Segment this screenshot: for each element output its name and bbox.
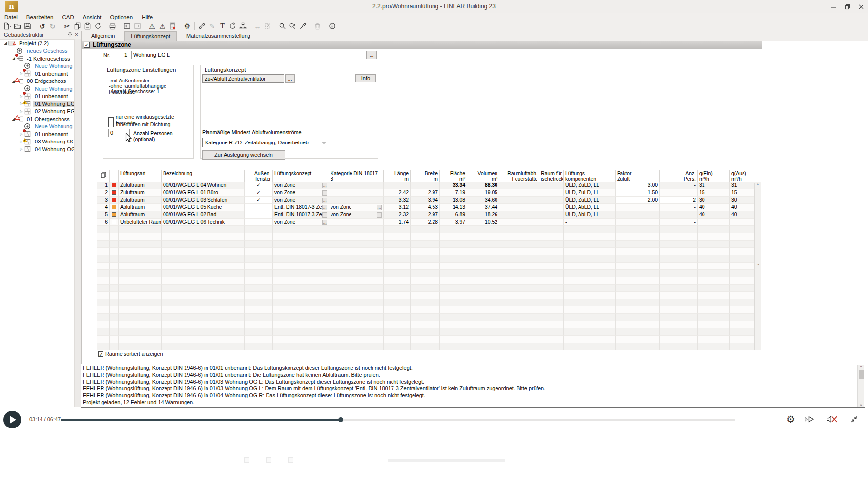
expand-icon[interactable]: ▷: [19, 132, 24, 136]
table-row[interactable]: [97, 263, 761, 270]
audio-muted-icon[interactable]: [826, 414, 838, 424]
tree-item-01-unbenannt[interactable]: ▷01 unbenannt: [0, 70, 74, 78]
table-row[interactable]: [97, 336, 761, 343]
sorted-rooms-row[interactable]: ✓ Räume sortiert anzeigen: [98, 351, 163, 357]
cell-more-button[interactable]: …: [322, 205, 327, 210]
eyedropper-icon[interactable]: [298, 22, 308, 31]
tree-item-projekt-2-2-[interactable]: ◢Projekt (2.2): [0, 40, 74, 47]
column-header-komponenten[interactable]: Lüftungs- komponenten: [564, 170, 616, 182]
cell-more-button[interactable]: …: [322, 198, 327, 203]
paste-icon[interactable]: [83, 22, 93, 31]
close-icon[interactable]: [854, 0, 868, 13]
menu-optionen[interactable]: Optionen: [105, 13, 137, 21]
tree-item-neue-wohnung[interactable]: Neue Wohnung: [0, 62, 74, 70]
collapse-icon[interactable]: ◢: [3, 41, 8, 45]
expand-icon[interactable]: ▷: [19, 71, 24, 76]
settings-gear-icon[interactable]: ⚙: [182, 22, 192, 31]
switch-to-design-button[interactable]: Zur Auslegung wechseln: [202, 150, 285, 160]
copy-icon[interactable]: [72, 22, 83, 31]
tab-materialzusammenstellung[interactable]: Materialzusammenstellung: [181, 31, 256, 41]
settings-gear-icon[interactable]: ⚙: [785, 414, 797, 424]
zone-name-input[interactable]: Wohnung EG L: [131, 51, 211, 59]
sorted-rooms-checkbox[interactable]: ✓: [98, 351, 103, 357]
log-scrollbar[interactable]: ˄˅: [857, 365, 864, 407]
menu-hilfe[interactable]: Hilfe: [137, 13, 157, 21]
doors-checkbox[interactable]: [108, 122, 114, 127]
table-row[interactable]: [97, 321, 761, 328]
cut-icon[interactable]: ✂: [62, 22, 72, 31]
collapse-icon[interactable]: [848, 414, 860, 424]
cell-more-button[interactable]: …: [322, 220, 327, 225]
hierarchy-icon[interactable]: [238, 22, 248, 31]
progress-bar[interactable]: [61, 419, 735, 421]
expand-icon[interactable]: ▷: [19, 147, 24, 151]
table-row[interactable]: [97, 248, 761, 255]
pin-icon[interactable]: [67, 32, 73, 39]
column-header-nr[interactable]: [97, 170, 110, 182]
expand-icon[interactable]: ▷: [19, 94, 24, 99]
play-button[interactable]: [3, 411, 21, 428]
cell-more-button[interactable]: …: [322, 190, 327, 196]
show-warnings-icon[interactable]: ⚠: [157, 22, 167, 31]
column-header-art[interactable]: Lüftungsart: [119, 170, 162, 182]
table-row[interactable]: 6Unbelüfteter Raum00/01/WG-EG L 06 Techn…: [97, 219, 761, 226]
table-row[interactable]: [97, 306, 761, 314]
tree-item-03-wohnung-og-l[interactable]: ▷03 Wohnung OG L: [0, 138, 74, 146]
category-select[interactable]: Kategorie R-ZD: Zeitabhängig, Dauerbetri…: [202, 138, 329, 147]
tree-item-neues-geschoss[interactable]: neues Geschoss: [0, 47, 74, 55]
undo-icon[interactable]: ↺: [37, 22, 47, 31]
tree-item-01-unbenannt[interactable]: ▷01 unbenannt: [0, 130, 74, 138]
table-row[interactable]: 1Zuluftraum00/01/WG-EG L 04 Wohnen✓von Z…: [97, 182, 761, 189]
column-header-waesche[interactable]: Raum für ischetrocknung: [539, 170, 564, 182]
menu-bearbeiten[interactable]: Bearbeiten: [22, 13, 58, 21]
table-row[interactable]: [97, 292, 761, 299]
text-icon[interactable]: T: [217, 22, 227, 31]
zone-more-button[interactable]: ...: [366, 51, 377, 59]
table-row[interactable]: [97, 285, 761, 292]
table-row[interactable]: [97, 299, 761, 306]
column-header-flaeche[interactable]: Fläche m²: [440, 170, 467, 182]
table-row[interactable]: [97, 270, 761, 277]
tree-item-01-obergeschoss[interactable]: ◢01 Obergeschoss: [0, 115, 74, 123]
cell-more-button[interactable]: …: [377, 212, 382, 218]
check-warnings-icon[interactable]: ⚠: [147, 22, 157, 31]
tree-item-04-wohnung-og-r[interactable]: ▷04 Wohnung OG R: [0, 145, 74, 153]
zone-enabled-checkbox[interactable]: ✓: [84, 42, 90, 48]
sidebar-scrollbar[interactable]: [74, 39, 81, 407]
cell-more-button[interactable]: …: [322, 212, 327, 218]
cell-more-button[interactable]: …: [322, 183, 327, 188]
tree-item-01-wohnung-eg-l[interactable]: ▷01 Wohnung EG L: [0, 100, 74, 108]
progress-knob[interactable]: [338, 417, 343, 422]
table-row[interactable]: 2Zuluftraum00/01/WG-EG L 01 Büro✓von Zon…: [97, 189, 761, 197]
zone-nr-input[interactable]: 1: [113, 51, 129, 59]
frame-import-icon[interactable]: [122, 22, 132, 31]
column-header-fenster[interactable]: Außen- fenster: [245, 170, 273, 182]
table-row[interactable]: [97, 277, 761, 285]
column-header-pers[interactable]: Anz. Pers.: [660, 170, 698, 182]
table-row[interactable]: 4Abluftraum00/01/WG-EG L 05 KücheEntl. D…: [97, 204, 761, 211]
info-icon[interactable]: [327, 22, 337, 31]
column-header-qein[interactable]: q(Ein) m³/h: [698, 170, 730, 182]
table-row[interactable]: 5Abluftraum00/01/WG-EG L 02 BadEntl. DIN…: [97, 211, 761, 219]
restore-icon[interactable]: [841, 0, 854, 13]
menu-cad[interactable]: CAD: [58, 13, 78, 21]
update-icon[interactable]: [93, 22, 103, 31]
doors-checkbox-row[interactable]: Innentüren mit Dichtung: [108, 122, 170, 127]
calculation-icon[interactable]: [167, 22, 178, 31]
menu-datei[interactable]: Datei: [0, 13, 22, 21]
column-header-feuerstaette[interactable]: Raumluftabh. Feuerstätte: [499, 170, 539, 182]
tree-item-02-wohnung-eg-r[interactable]: ▷02 Wohnung EG R: [0, 108, 74, 116]
concept-more-button[interactable]: ...: [285, 74, 295, 83]
zoom-icon[interactable]: [277, 22, 288, 31]
table-row[interactable]: [97, 255, 761, 263]
column-header-name[interactable]: Bezeichnung: [162, 170, 245, 182]
column-header-laenge[interactable]: Länge m: [384, 170, 411, 182]
column-header-kategorie[interactable]: Kategorie DIN 18017-3: [329, 170, 384, 182]
tab-allgemein[interactable]: Allgemein: [85, 31, 121, 41]
column-header-volumen[interactable]: Volumen m³: [467, 170, 499, 182]
minimize-icon[interactable]: [827, 0, 841, 13]
open-file-icon[interactable]: [12, 22, 22, 31]
tree-item-00-erdgeschoss[interactable]: ◢00 Erdgeschoss: [0, 78, 74, 85]
table-row[interactable]: [97, 343, 761, 350]
column-header-qaus[interactable]: q(Aus) m³/h: [730, 170, 755, 182]
